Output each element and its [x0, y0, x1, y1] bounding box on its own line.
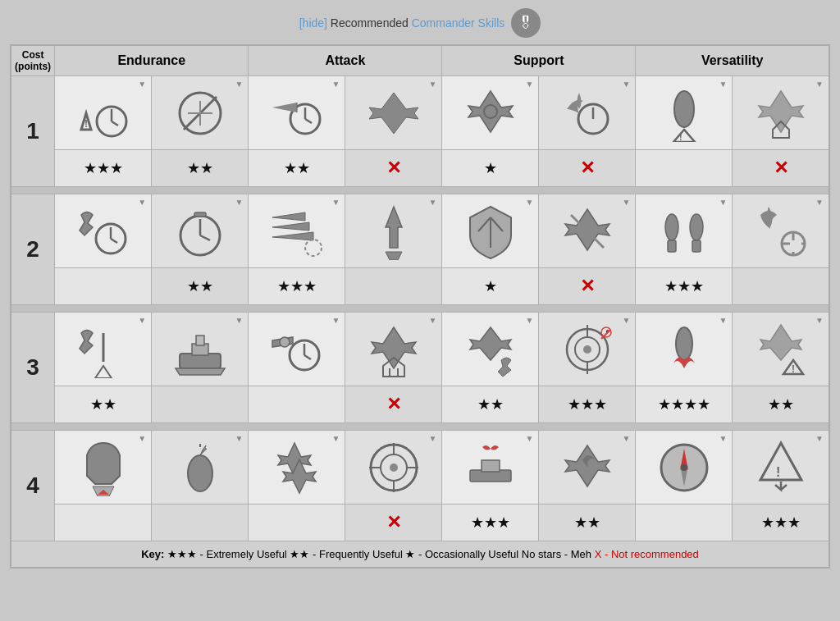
- rating-cell-r2-c1: [55, 268, 152, 305]
- cost-4: 4: [11, 431, 55, 541]
- skill-cell-r2-c1[interactable]: ▼: [55, 194, 152, 268]
- skill-icon-no_aircraft: [171, 84, 229, 142]
- skill-cell-r4-c7[interactable]: ▼: [636, 431, 733, 505]
- svg-point-13: [674, 91, 694, 127]
- svg-marker-25: [386, 252, 402, 260]
- not-recommended-icon: ✕: [386, 512, 401, 532]
- skill-icon-propeller_clock: [559, 84, 616, 142]
- skill-cell-r1-c1[interactable]: ▼!: [55, 76, 152, 150]
- star-rating: ★: [484, 160, 497, 176]
- skill-cell-r4-c1[interactable]: ▼: [55, 431, 152, 505]
- skill-icon-gear_propeller: [752, 203, 810, 260]
- chevron-icon: ▼: [235, 198, 243, 207]
- skill-cell-r2-c7[interactable]: ▼: [636, 194, 733, 268]
- cost-2: 2: [11, 194, 55, 305]
- skill-cell-r4-c2[interactable]: ▼: [152, 431, 249, 505]
- skill-cell-r2-c5[interactable]: ▼: [442, 194, 539, 268]
- star-rating: ★★: [187, 278, 213, 295]
- skill-cell-r1-c4[interactable]: ▼: [345, 76, 442, 150]
- chevron-icon: ▼: [623, 434, 631, 443]
- svg-line-8: [305, 119, 312, 123]
- skill-icon-aircraft_warning: !: [752, 321, 810, 378]
- chevron-icon: ▼: [331, 198, 340, 207]
- skill-cell-r2-c2[interactable]: ▼: [152, 194, 249, 268]
- skill-cell-r4-c8[interactable]: ▼!: [733, 431, 829, 505]
- cost-header: Cost(points): [11, 45, 55, 76]
- skill-cell-r4-c5[interactable]: ▼: [442, 431, 539, 505]
- rating-cell-r4-c1: [55, 505, 152, 541]
- rating-cell-r2-c6: ✕: [539, 268, 636, 305]
- svg-point-27: [665, 214, 678, 240]
- skill-cell-r3-c3[interactable]: ▼: [249, 313, 345, 386]
- star-rating: ★★: [90, 396, 116, 413]
- skill-cell-r1-c2[interactable]: ▼: [152, 76, 249, 150]
- svg-rect-63: [482, 460, 500, 472]
- skill-icon-fighter_wrench: [462, 321, 519, 378]
- skill-icon-bullet_warning: !: [655, 84, 713, 142]
- svg-line-21: [200, 235, 210, 240]
- skill-cell-r3-c8[interactable]: ▼!: [733, 313, 829, 386]
- key-extremely: ★★★ - Extremely Useful: [167, 548, 287, 560]
- chevron-icon: ▼: [331, 316, 340, 325]
- svg-line-2: [112, 121, 118, 126]
- skill-cell-r3-c1[interactable]: ▼: [55, 313, 152, 386]
- svg-line-18: [111, 239, 117, 243]
- skill-cell-r3-c5[interactable]: ▼: [442, 313, 539, 386]
- svg-point-28: [690, 214, 703, 240]
- skill-icon-shield_up: [462, 203, 519, 260]
- skill-cell-r3-c6[interactable]: ▼: [539, 313, 636, 386]
- rating-cell-r1-c7: [636, 150, 733, 187]
- recommended-label: [hide] Recommended Commander Skills: [299, 16, 505, 30]
- skill-cell-r4-c6[interactable]: ▼: [539, 431, 636, 505]
- skill-icon-compass: [655, 439, 713, 496]
- rating-cell-r4-c4: ✕: [345, 505, 442, 541]
- svg-rect-29: [668, 240, 676, 252]
- header: [hide] Recommended Commander Skills 🎖: [299, 8, 541, 38]
- skill-cell-r3-c7[interactable]: ▼: [636, 313, 733, 386]
- key-not-recommended: X - Not recommended: [595, 548, 699, 560]
- not-recommended-icon: ✕: [386, 394, 401, 414]
- skill-cell-r2-c4[interactable]: ▼: [345, 194, 442, 268]
- skill-cell-r2-c6[interactable]: ▼: [539, 194, 636, 268]
- skill-icon-aircraft_cut: [559, 203, 616, 260]
- rating-cell-r3-c6: ★★★: [539, 386, 636, 423]
- row-spacer: [11, 187, 829, 194]
- not-recommended-icon: ✕: [580, 276, 595, 296]
- rating-cell-r2-c5: ★: [442, 268, 539, 305]
- star-rating: ★★★: [761, 514, 801, 531]
- rating-cell-r2-c8: [733, 268, 829, 305]
- skill-cell-r2-c8[interactable]: ▼: [733, 194, 829, 268]
- skill-cell-r3-c2[interactable]: ▼: [152, 313, 249, 386]
- rating-cell-r4-c3: [249, 505, 345, 541]
- commander-link[interactable]: Commander Skills: [412, 16, 505, 30]
- skill-cell-r1-c5[interactable]: ▼: [442, 76, 539, 150]
- skill-icon-ship_structure: [171, 321, 229, 378]
- skill-cell-r1-c7[interactable]: ▼!: [636, 76, 733, 150]
- skill-cell-r1-c6[interactable]: ▼: [539, 76, 636, 150]
- rating-cell-r1-c2: ★★: [152, 150, 249, 187]
- skill-icon-wrench_up: [75, 321, 132, 378]
- svg-point-57: [390, 463, 398, 472]
- skill-cell-r4-c4[interactable]: ▼: [345, 431, 442, 505]
- not-recommended-icon: ✕: [774, 158, 788, 178]
- cost-1: 1: [11, 76, 55, 187]
- avatar: 🎖: [511, 8, 541, 38]
- star-rating: ★★: [187, 160, 213, 176]
- chevron-icon: ▼: [331, 80, 340, 89]
- skill-cell-r1-c3[interactable]: ▼: [249, 76, 345, 150]
- star-rating: ★★: [768, 396, 794, 413]
- rating-cell-r3-c2: [152, 386, 249, 423]
- svg-point-44: [583, 345, 591, 354]
- skill-cell-r1-c8[interactable]: ▼: [733, 76, 829, 150]
- rating-cell-r3-c5: ★★: [442, 386, 539, 423]
- chevron-icon: ▼: [138, 198, 146, 207]
- commander-skills-table: Cost(points) Endurance Attack Support Ve…: [10, 44, 830, 568]
- skill-cell-r4-c3[interactable]: ▼: [249, 431, 345, 505]
- cost-3: 3: [11, 313, 55, 423]
- skill-cell-r3-c4[interactable]: ▼: [345, 313, 442, 386]
- skill-icon-ship_explode: [462, 439, 519, 496]
- skill-cell-r2-c3[interactable]: ▼: [249, 194, 345, 268]
- hide-link[interactable]: [hide]: [299, 16, 327, 30]
- skill-icon-aircraft_home2: [365, 321, 422, 378]
- chevron-icon: ▼: [428, 434, 436, 443]
